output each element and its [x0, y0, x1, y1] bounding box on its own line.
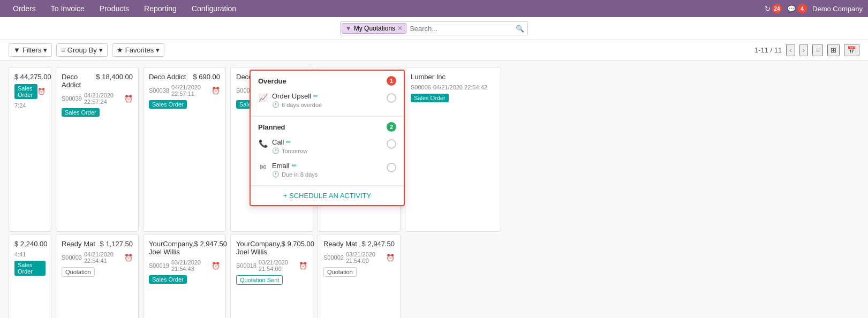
chat-icon: 💬 — [787, 5, 796, 13]
filters-button[interactable]: ▼ Filters ▾ — [9, 43, 52, 57]
activity-item-email[interactable]: ✉ Email ✏ 🕐 Due in 8 days — [258, 160, 396, 180]
card-r2-4[interactable]: Ready Mat $ 2,947.50 S00002 03/21/2020 2… — [318, 234, 401, 318]
activity-item-main-0: Order Upsell ✏ 🕐 6 days overdue — [272, 92, 382, 108]
clock-icon-r2-4[interactable]: ⏰ — [386, 254, 395, 262]
card-amount-2: $ 690.00 — [193, 73, 220, 81]
calendar-view-button[interactable]: 📅 — [844, 44, 859, 56]
nav-configuration[interactable]: Configuration — [184, 0, 244, 17]
badge-2: Sales Order — [149, 100, 187, 109]
chevron-down-icon-gb: ▾ — [99, 46, 103, 54]
card-r2-2[interactable]: YourCompany, Joel Willis $ 2,947.50 S000… — [143, 234, 226, 318]
card-date-5: 04/21/2020 22:54:42 — [433, 84, 487, 90]
card-footer-r2-3: Quotation Sent — [236, 275, 307, 285]
card-footer-r2-1: Quotation — [62, 267, 133, 277]
card-r2-3[interactable]: YourCompany, Joel Willis $ 9,705.00 S000… — [230, 234, 313, 318]
toolbar-right: 1-11 / 11 ‹ › ≡ ⊞ 📅 — [754, 44, 859, 56]
next-page-button[interactable]: › — [799, 44, 808, 56]
card-header-2: Deco Addict $ 690.00 — [149, 73, 220, 81]
company-menu[interactable]: Demo Company — [812, 5, 863, 13]
activity-time-text-email: Due in 8 days — [282, 171, 318, 178]
card-amount-1: $ 18,400.00 — [96, 73, 133, 81]
activity-label-call: Call — [272, 138, 284, 146]
card-name-r2-4: Ready Mat — [323, 240, 357, 248]
activity-check-email[interactable] — [387, 163, 396, 172]
edit-pencil-call[interactable]: ✏ — [286, 139, 291, 146]
edit-pencil-email[interactable]: ✏ — [292, 162, 297, 169]
search-input[interactable] — [406, 24, 514, 34]
edit-pencil-0[interactable]: ✏ — [313, 93, 318, 100]
filter-icon: ▼ — [345, 25, 352, 32]
card-id-r2-2: S00019 — [149, 262, 169, 269]
activity-check-call[interactable] — [387, 139, 396, 149]
badge-r2-2: Sales Order — [149, 275, 187, 284]
clock-icon-2[interactable]: ⏰ — [212, 87, 220, 95]
nav-orders[interactable]: Orders — [5, 0, 43, 17]
popup-planned-header: Planned 2 — [258, 122, 396, 132]
clock-icon-r2-2[interactable]: ⏰ — [212, 262, 220, 270]
card-header-r2-2: YourCompany, Joel Willis $ 2,947.50 — [149, 240, 220, 256]
badge-r2-0: Sales Order — [14, 261, 46, 276]
nav-to-invoice[interactable]: To Invoice — [43, 0, 92, 17]
card-name-r2-3: YourCompany, Joel Willis — [236, 240, 282, 256]
kanban-view-button[interactable]: ⊞ — [827, 44, 840, 56]
card-0[interactable]: $ 44,275.00 Sales Order ⏰ 7:24 — [9, 67, 51, 232]
filter-tag-close[interactable]: ✕ — [397, 25, 403, 32]
card-header-5: Lumber Inc — [411, 73, 495, 81]
activity-title-email: Email ✏ — [272, 162, 382, 170]
messages-badge: 4 — [797, 4, 807, 13]
schedule-activity-button[interactable]: + SCHEDULE AN ACTIVITY — [258, 192, 396, 200]
card-header-r2-1: Ready Mat $ 1,127.50 — [62, 240, 133, 248]
clock-small-icon-0: 🕐 — [272, 101, 280, 108]
nav-reporting[interactable]: Reporting — [137, 0, 184, 17]
activity-check-0[interactable] — [387, 93, 396, 103]
chevron-down-icon-fav: ▾ — [156, 46, 160, 54]
card-r2-0[interactable]: $ 2,240.00 4:41 Sales Order — [9, 234, 51, 318]
cards-row-2: $ 2,240.00 4:41 Sales Order Ready Mat $ … — [0, 232, 868, 318]
popup-schedule-area: + SCHEDULE AN ACTIVITY — [251, 186, 404, 205]
group-by-button[interactable]: ≡ Group By ▾ — [56, 43, 108, 57]
star-icon: ★ — [117, 46, 123, 54]
card-2[interactable]: Deco Addict $ 690.00 S00038 04/21/2020 2… — [143, 67, 226, 232]
card-5[interactable]: Lumber Inc S00006 04/21/2020 22:54:42 Sa… — [405, 67, 501, 232]
activity-label-email: Email — [272, 162, 290, 170]
cards-row-1: $ 44,275.00 Sales Order ⏰ 7:24 Deco Addi… — [0, 60, 868, 232]
activity-item-call[interactable]: 📞 Call ✏ 🕐 Tomorrow — [258, 136, 396, 156]
card-name-r2-1: Ready Mat — [62, 240, 95, 248]
filter-tag-label: My Quotations — [354, 25, 395, 32]
card-amount-0: $ 44,275.00 — [14, 73, 51, 81]
card-footer-5: Sales Order — [411, 94, 495, 102]
filter-tag-my-quotations[interactable]: ▼ My Quotations ✕ — [342, 23, 406, 34]
activity-title-call: Call ✏ — [272, 138, 382, 146]
prev-page-button[interactable]: ‹ — [786, 44, 795, 56]
list-view-button[interactable]: ≡ — [812, 44, 823, 56]
card-header-1: Deco Addict $ 18,400.00 — [62, 73, 133, 89]
search-icon: 🔍 — [514, 25, 526, 33]
badge-1: Sales Order — [62, 108, 100, 117]
toolbar-left: ▼ Filters ▾ ≡ Group By ▾ ★ Favorites ▾ — [9, 43, 164, 57]
card-header-0: $ 44,275.00 — [14, 73, 46, 81]
updates-button[interactable]: ↻ 24 — [765, 4, 782, 13]
menu-icon: ≡ — [61, 46, 65, 54]
activity-item-order-upsell[interactable]: 📈 Order Upsell ✏ 🕐 6 days overdue — [258, 90, 396, 110]
badge-5: Sales Order — [411, 94, 449, 102]
activity-time-0: 🕐 6 days overdue — [272, 101, 382, 108]
card-name-5: Lumber Inc — [411, 73, 446, 81]
nav-products[interactable]: Products — [92, 0, 137, 17]
favorites-button[interactable]: ★ Favorites ▾ — [112, 43, 164, 57]
popup-overdue-title: Overdue — [258, 77, 286, 85]
card-r2-1[interactable]: Ready Mat $ 1,127.50 S00003 04/21/2020 2… — [56, 234, 139, 318]
badge-r2-3: Quotation Sent — [236, 275, 283, 285]
popup-overdue-count: 1 — [387, 76, 396, 86]
card-date-r2-3: 03/21/2020 21:54:00 — [259, 259, 297, 272]
card-date-2: 04/21/2020 22:57:11 — [171, 84, 209, 97]
clock-icon-1[interactable]: ⏰ — [124, 95, 133, 103]
messages-button[interactable]: 💬 4 — [787, 4, 807, 13]
card-name-2: Deco Addict — [149, 73, 186, 81]
clock-icon-r2-1[interactable]: ⏰ — [124, 254, 133, 262]
card-amount-r2-2: $ 2,947.50 — [194, 240, 227, 248]
card-1[interactable]: Deco Addict $ 18,400.00 S00039 04/21/202… — [56, 67, 139, 232]
activity-label-0: Order Upsell — [272, 92, 311, 100]
clock-icon-0: ⏰ — [37, 88, 46, 95]
clock-icon-r2-3[interactable]: ⏰ — [299, 262, 307, 270]
card-amount-r2-4: $ 2,947.50 — [362, 240, 395, 248]
